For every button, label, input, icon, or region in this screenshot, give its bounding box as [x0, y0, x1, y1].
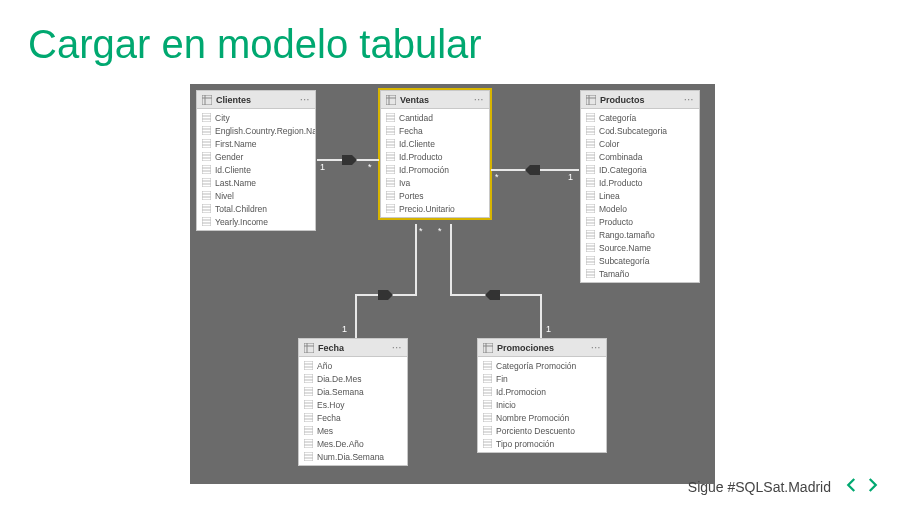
next-slide-button[interactable] — [863, 476, 881, 498]
svg-rect-87 — [586, 230, 595, 239]
field-item[interactable]: Id.Cliente — [197, 163, 315, 176]
field-item[interactable]: Portes — [381, 189, 489, 202]
field-item[interactable]: First.Name — [197, 137, 315, 150]
table-clientes[interactable]: Clientes ··· CityEnglish.Country.Region.… — [196, 90, 316, 231]
more-icon[interactable]: ··· — [684, 95, 694, 104]
field-label: Es.Hoy — [317, 400, 344, 410]
field-item[interactable]: Num.Dia.Semana — [299, 450, 407, 463]
field-item[interactable]: Linea — [581, 189, 699, 202]
field-item[interactable]: Id.Promocion — [478, 385, 606, 398]
field-item[interactable]: Yearly.Income — [197, 215, 315, 228]
more-icon[interactable]: ··· — [591, 343, 601, 352]
svg-rect-42 — [386, 152, 395, 161]
field-item[interactable]: Cod.Subcategoria — [581, 124, 699, 137]
field-item[interactable]: English.Country.Region.Na... — [197, 124, 315, 137]
column-icon — [304, 452, 313, 461]
field-item[interactable]: Id.Producto — [381, 150, 489, 163]
field-item[interactable]: Rango.tamaño — [581, 228, 699, 241]
svg-rect-69 — [586, 152, 595, 161]
field-item[interactable]: Porciento Descuento — [478, 424, 606, 437]
table-title: Ventas — [400, 95, 429, 105]
field-item[interactable]: Fecha — [299, 411, 407, 424]
column-icon — [586, 191, 595, 200]
svg-rect-147 — [483, 439, 492, 448]
column-icon — [304, 439, 313, 448]
field-item[interactable]: Total.Children — [197, 202, 315, 215]
column-icon — [586, 178, 595, 187]
field-item[interactable]: Fecha — [381, 124, 489, 137]
table-promociones[interactable]: Promociones ··· Categoría PromociónFinId… — [477, 338, 607, 453]
table-title: Productos — [600, 95, 645, 105]
field-item[interactable]: Categoría Promoción — [478, 359, 606, 372]
column-icon — [586, 204, 595, 213]
column-icon — [202, 126, 211, 135]
column-icon — [386, 126, 395, 135]
svg-rect-57 — [586, 95, 596, 105]
field-item[interactable]: Modelo — [581, 202, 699, 215]
field-label: Mes — [317, 426, 333, 436]
field-item[interactable]: Cantidad — [381, 111, 489, 124]
svg-rect-27 — [202, 217, 211, 226]
field-label: Gender — [215, 152, 243, 162]
field-item[interactable]: Tamaño — [581, 267, 699, 280]
rel-card-many: * — [419, 226, 423, 236]
table-icon — [304, 343, 314, 353]
column-icon — [586, 256, 595, 265]
svg-rect-36 — [386, 126, 395, 135]
field-item[interactable]: Dia.De.Mes — [299, 372, 407, 385]
svg-rect-72 — [586, 165, 595, 174]
field-item[interactable]: ID.Categoria — [581, 163, 699, 176]
field-item[interactable]: Nombre Promoción — [478, 411, 606, 424]
field-label: Subcategoría — [599, 256, 650, 266]
field-item[interactable]: Mes.De.Año — [299, 437, 407, 450]
field-item[interactable]: Source.Name — [581, 241, 699, 254]
field-item[interactable]: Color — [581, 137, 699, 150]
field-item[interactable]: Tipo promoción — [478, 437, 606, 450]
field-item[interactable]: Fin — [478, 372, 606, 385]
more-icon[interactable]: ··· — [300, 95, 310, 104]
more-icon[interactable]: ··· — [392, 343, 402, 352]
table-productos[interactable]: Productos ··· CategoríaCod.SubcategoriaC… — [580, 90, 700, 283]
svg-rect-63 — [586, 126, 595, 135]
field-item[interactable]: Precio.Unitario — [381, 202, 489, 215]
field-label: Id.Producto — [399, 152, 442, 162]
field-item[interactable]: Combinada — [581, 150, 699, 163]
field-item[interactable]: Año — [299, 359, 407, 372]
column-icon — [386, 152, 395, 161]
column-icon — [483, 413, 492, 422]
field-item[interactable]: Producto — [581, 215, 699, 228]
svg-rect-12 — [202, 152, 211, 161]
field-item[interactable]: Subcategoría — [581, 254, 699, 267]
field-item[interactable]: Iva — [381, 176, 489, 189]
field-item[interactable]: Id.Producto — [581, 176, 699, 189]
svg-rect-90 — [586, 243, 595, 252]
field-item[interactable]: City — [197, 111, 315, 124]
field-item[interactable]: Nivel — [197, 189, 315, 202]
field-item[interactable]: Mes — [299, 424, 407, 437]
field-label: Categoría — [599, 113, 636, 123]
field-item[interactable]: Last.Name — [197, 176, 315, 189]
svg-rect-66 — [586, 139, 595, 148]
table-title: Promociones — [497, 343, 554, 353]
arrow-icon — [530, 165, 540, 175]
svg-rect-15 — [202, 165, 211, 174]
column-icon — [586, 152, 595, 161]
rel-card-one: 1 — [320, 162, 325, 172]
field-item[interactable]: Id.Cliente — [381, 137, 489, 150]
arrow-icon — [490, 290, 500, 300]
table-ventas[interactable]: Ventas ··· CantidadFechaId.ClienteId.Pro… — [380, 90, 490, 218]
svg-rect-24 — [202, 204, 211, 213]
field-item[interactable]: Categoría — [581, 111, 699, 124]
prev-slide-button[interactable] — [843, 476, 861, 498]
field-item[interactable]: Id.Promoción — [381, 163, 489, 176]
field-item[interactable]: Inicio — [478, 398, 606, 411]
svg-rect-117 — [304, 426, 313, 435]
table-fecha[interactable]: Fecha ··· AñoDia.De.MesDia.SemanaEs.HoyF… — [298, 338, 408, 466]
svg-rect-105 — [304, 374, 313, 383]
field-item[interactable]: Gender — [197, 150, 315, 163]
field-item[interactable]: Dia.Semana — [299, 385, 407, 398]
more-icon[interactable]: ··· — [474, 95, 484, 104]
svg-rect-75 — [586, 178, 595, 187]
diagram-canvas[interactable]: Clientes ··· CityEnglish.Country.Region.… — [190, 84, 715, 484]
field-item[interactable]: Es.Hoy — [299, 398, 407, 411]
